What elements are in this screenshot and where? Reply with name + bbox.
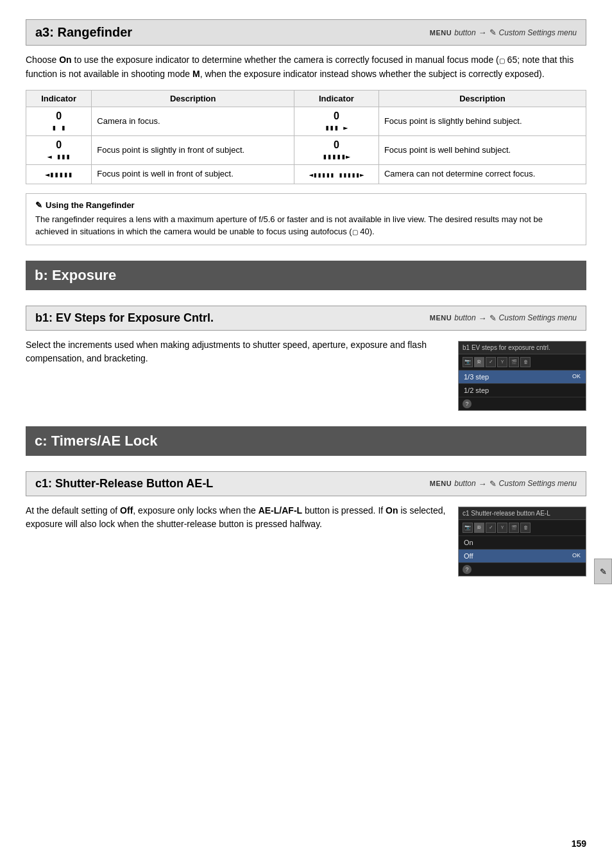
- a3-section: a3: Rangefinder MENU button → Custom Set…: [26, 19, 586, 245]
- cam-icon-2: ⛭: [474, 357, 484, 367]
- arrow-icon-b1: →: [479, 313, 487, 323]
- pencil-icon-c1: [489, 479, 497, 489]
- col1-header: Indicator: [26, 91, 92, 107]
- ok-badge-c1: OK: [572, 552, 581, 559]
- b-title: b: Exposure: [35, 267, 116, 283]
- c-section: c: Timers/AE Lock: [26, 426, 586, 456]
- a3-body-text: Choose On to use the exposure indicator …: [26, 53, 586, 81]
- desc-2: Focus point is slightly in front of subj…: [92, 136, 294, 165]
- c1-menu-item-1[interactable]: On: [459, 536, 586, 550]
- b1-menu-info: MENU button → Custom Settings menu: [430, 313, 577, 323]
- col4-header: Description: [378, 91, 586, 107]
- b-section: b: Exposure: [26, 261, 586, 290]
- c1-menu-icons: 📷 ⛭ ✓ Y 🎬 🗑: [459, 520, 586, 536]
- cam-icon-c1-1: 📷: [463, 523, 473, 533]
- table-row: 0 ◄ ▮▮▮ Focus point is slightly in front…: [26, 136, 586, 165]
- b1-camera-menu: b1 EV steps for exposure cntrl. 📷 ⛭ ✓ Y …: [458, 341, 586, 411]
- desc-5: Focus point is well in front of subject.: [92, 165, 294, 184]
- a3-title: a3: Rangefinder: [35, 25, 132, 40]
- table-row: 0 ▮ ▮ Camera in focus. 0 ▮▮▮ ► Focus poi…: [26, 107, 586, 136]
- a3-header: a3: Rangefinder MENU button → Custom Set…: [26, 19, 586, 46]
- cam-icon-3: ✓: [486, 357, 496, 367]
- note-text: The rangefinder requires a lens with a m…: [35, 213, 577, 238]
- pencil-icon-b1: [489, 313, 497, 323]
- c1-section: c1: Shutter-Release Button AE-L MENU but…: [26, 471, 586, 577]
- desc-1: Camera in focus.: [92, 107, 294, 136]
- menu-keyword-c1: MENU: [430, 480, 452, 487]
- cam-icon-c1-4: Y: [497, 523, 507, 533]
- cam-icon-c1-2: ⛭: [474, 523, 484, 533]
- table-row: ◄▮▮▮▮▮ Focus point is well in front of s…: [26, 165, 586, 184]
- indicator-5: ◄▮▮▮▮▮: [26, 165, 92, 184]
- c1-menu-title: c1 Shutter-release button AE-L: [459, 507, 586, 520]
- col3-header: Indicator: [294, 91, 379, 107]
- b1-menu-icons: 📷 ⛭ ✓ Y 🎬 🗑: [459, 354, 586, 370]
- b-header: b: Exposure: [26, 261, 586, 290]
- indicator-4: 0 ▮▮▮▮▮►: [294, 136, 379, 165]
- col2-header: Description: [92, 91, 294, 107]
- c1-menu-item-2[interactable]: Off OK: [459, 550, 586, 563]
- c1-menu-info: MENU button → Custom Settings menu: [430, 479, 577, 489]
- desc-3: Focus point is slightly behind subject.: [378, 107, 586, 136]
- page-number: 159: [572, 838, 586, 849]
- indicator-1: 0 ▮ ▮: [26, 107, 92, 136]
- rangefinder-table: Indicator Description Indicator Descript…: [26, 90, 586, 184]
- help-icon-c1: ?: [463, 565, 472, 574]
- cam-icon-4: Y: [497, 357, 507, 367]
- b1-menu-item-2[interactable]: 1/2 step: [459, 384, 586, 397]
- c1-header: c1: Shutter-Release Button AE-L MENU but…: [26, 471, 586, 496]
- cam-icon-c1-6: 🗑: [520, 523, 531, 533]
- menu-section-label-b1: Custom Settings menu: [499, 313, 577, 322]
- desc-6: Camera can not determine correct focus.: [378, 165, 586, 184]
- cam-icon-1: 📷: [463, 357, 473, 367]
- help-icon: ?: [463, 399, 472, 408]
- note-title: Using the Rangefinder: [35, 200, 577, 210]
- cam-icon-5: 🎬: [509, 357, 519, 367]
- cam-icon-c1-5: 🎬: [509, 523, 519, 533]
- c1-title: c1: Shutter-Release Button AE-L: [35, 477, 213, 490]
- b1-header: b1: EV Steps for Exposure Cntrl. MENU bu…: [26, 306, 586, 331]
- b1-section: b1: EV Steps for Exposure Cntrl. MENU bu…: [26, 306, 586, 411]
- b1-menu-footer: ?: [459, 397, 586, 410]
- c1-content: c1 Shutter-release button AE-L 📷 ⛭ ✓ Y 🎬…: [26, 504, 586, 577]
- b1-menu-item-1[interactable]: 1/3 step OK: [459, 370, 586, 384]
- button-label-c1: button: [454, 479, 475, 488]
- menu-section-label: Custom Settings menu: [499, 28, 577, 37]
- indicator-2: 0 ◄ ▮▮▮: [26, 136, 92, 165]
- pencil-icon: [489, 28, 497, 37]
- arrow-icon-c1: →: [479, 479, 487, 489]
- b1-menu-title: b1 EV steps for exposure cntrl.: [459, 342, 586, 354]
- desc-4: Focus point is well behind subject.: [378, 136, 586, 165]
- button-label: button: [454, 28, 475, 37]
- side-tab[interactable]: ✎: [594, 559, 612, 584]
- c-title: c: Timers/AE Lock: [35, 433, 158, 449]
- side-tab-icon: ✎: [600, 567, 607, 577]
- button-label-b1: button: [454, 313, 475, 322]
- cam-icon-6: 🗑: [520, 357, 531, 367]
- indicator-6: ◄▮▮▮▮▮ ▮▮▮▮▮►: [294, 165, 379, 184]
- arrow-icon: →: [479, 28, 487, 37]
- cam-icon-c1-3: ✓: [486, 523, 496, 533]
- menu-keyword: MENU: [430, 29, 452, 37]
- b1-title: b1: EV Steps for Exposure Cntrl.: [35, 311, 214, 325]
- rangefinder-note: Using the Rangefinder The rangefinder re…: [26, 193, 586, 245]
- indicator-3: 0 ▮▮▮ ►: [294, 107, 379, 136]
- c1-camera-menu: c1 Shutter-release button AE-L 📷 ⛭ ✓ Y 🎬…: [458, 507, 586, 577]
- c1-menu-footer: ?: [459, 563, 586, 576]
- menu-section-label-c1: Custom Settings menu: [499, 479, 577, 488]
- ok-badge: OK: [572, 373, 581, 379]
- b1-content: b1 EV steps for exposure cntrl. 📷 ⛭ ✓ Y …: [26, 338, 586, 411]
- c-header: c: Timers/AE Lock: [26, 426, 586, 456]
- a3-menu-info: MENU button → Custom Settings menu: [430, 28, 577, 37]
- menu-keyword-b1: MENU: [430, 314, 452, 322]
